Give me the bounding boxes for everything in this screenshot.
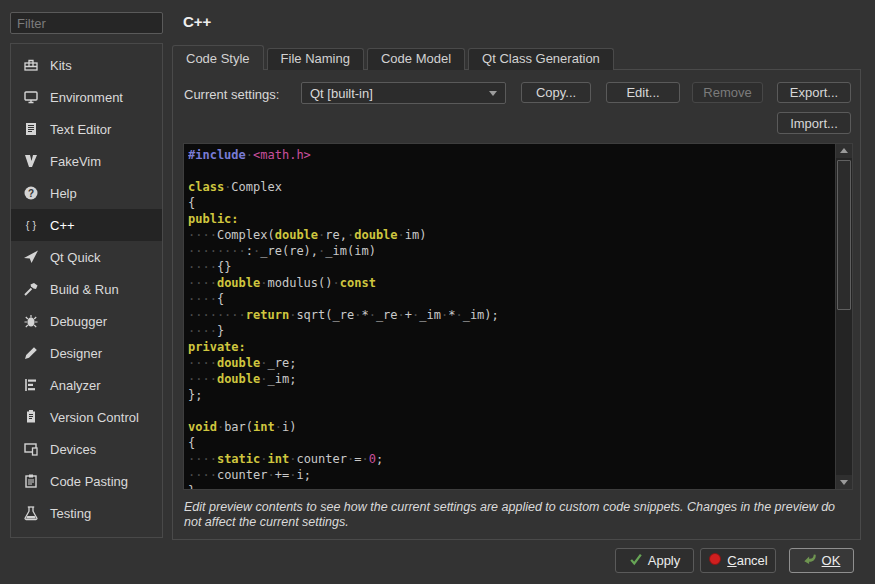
options-dialog: KitsEnvironmentText EditorFakeVim?Help{ … [0,0,875,584]
sidebar-item-label: Designer [50,346,102,361]
sidebar-item-version-control[interactable]: Version Control [11,401,162,433]
sidebar-item-kits[interactable]: Kits [11,49,162,81]
sidebar-item-label: Testing [50,506,91,521]
text-editor-icon [22,121,39,138]
code-line [188,163,834,179]
kits-icon [22,57,39,74]
cpp-icon: { } [22,217,39,234]
sidebar-item-label: Analyzer [50,378,101,393]
code-line: ····} [188,323,834,339]
edit-button[interactable]: Edit... [606,82,680,103]
code-line: private: [188,339,834,355]
category-list: KitsEnvironmentText EditorFakeVim?Help{ … [10,43,163,538]
sidebar-item-build-run[interactable]: Build & Run [11,273,162,305]
code-line: { [188,435,834,451]
code-preview-text: #include·<math.h> class·Complex{public:·… [188,147,834,489]
copy-button[interactable]: Copy... [521,82,591,103]
sidebar-item-help[interactable]: ?Help [11,177,162,209]
import-button[interactable]: Import... [777,112,851,134]
sidebar-item-designer[interactable]: Designer [11,337,162,369]
sidebar-item-debugger[interactable]: Debugger [11,305,162,337]
sidebar-item-devices[interactable]: Devices [11,433,162,465]
sidebar-item-code-pasting[interactable]: Code Pasting [11,465,162,497]
tab-code-model[interactable]: Code Model [367,48,465,70]
version-control-icon [22,409,39,426]
ok-arrow-icon [803,552,817,569]
qt-quick-icon [22,249,39,266]
sidebar-item-label: FakeVim [50,154,101,169]
build-run-icon [22,281,39,298]
code-line: ····{ [188,291,834,307]
tab-qt-class-generation[interactable]: Qt Class Generation [468,48,614,70]
editor-scrollbar[interactable] [835,144,852,489]
code-line: public: [188,211,834,227]
code-line: ····counter·+=·i; [188,467,834,483]
code-preview-editor[interactable]: #include·<math.h> class·Complex{public:·… [183,143,853,490]
page-title: C++ [183,13,211,30]
code-line: ····double·_re; [188,355,834,371]
code-line: void·bar(int·i) [188,419,834,435]
code-line: ····double·_im; [188,371,834,387]
help-icon: ? [22,185,39,202]
sidebar-item-label: C++ [50,218,75,233]
scrollbar-thumb[interactable] [837,160,851,310]
svg-text:?: ? [27,188,33,199]
code-line: }; [188,387,834,403]
code-line: ····double·modulus()·const [188,275,834,291]
sidebar-item-label: Code Pasting [50,474,128,489]
preview-note: Edit preview contents to see how the cur… [184,500,852,530]
code-line [188,403,834,419]
button-label: Cancel [727,553,767,568]
environment-icon [22,89,39,106]
ok-button[interactable]: OK [789,548,854,573]
code-style-pane: Current settings: Qt [built-in] Copy...E… [172,69,861,540]
combo-value: Qt [built-in] [310,86,373,101]
sidebar-item-label: Environment [50,90,123,105]
scroll-up-icon[interactable] [836,144,852,158]
code-line: ····Complex(double·re,·double·im) [188,227,834,243]
code-line: ········return·sqrt(_re·*·_re·+·_im·*·_i… [188,307,834,323]
button-label: Apply [648,553,681,568]
sidebar-item-label: Build & Run [50,282,119,297]
stop-icon [708,552,722,569]
debugger-icon [22,313,39,330]
sidebar-item-label: Help [50,186,77,201]
sidebar-item-label: Debugger [50,314,107,329]
current-settings-label: Current settings: [184,87,279,102]
apply-button[interactable]: Apply [615,548,694,573]
sidebar-item-environment[interactable]: Environment [11,81,162,113]
analyzer-icon [22,377,39,394]
fakevim-icon [22,153,39,170]
designer-icon [22,345,39,362]
sidebar-item-text-editor[interactable]: Text Editor [11,113,162,145]
export-button[interactable]: Export... [777,82,851,103]
sidebar-item-qt-quick[interactable]: Qt Quick [11,241,162,273]
code-line: ····{} [188,259,834,275]
tab-bar: Code StyleFile NamingCode ModelQt Class … [172,45,617,70]
sidebar-item-label: Kits [50,58,72,73]
code-line: } [188,483,834,489]
sidebar-item-label: Text Editor [50,122,111,137]
sidebar-item-label: Version Control [50,410,139,425]
sidebar-item-cpp[interactable]: { }C++ [11,209,162,241]
chevron-down-icon [489,91,497,96]
tab-code-style[interactable]: Code Style [172,45,264,70]
tab-file-naming[interactable]: File Naming [267,48,364,70]
scroll-down-icon[interactable] [836,475,852,489]
sidebar-item-testing[interactable]: Testing [11,497,162,529]
cancel-button[interactable]: Cancel [700,548,776,573]
code-line: { [188,195,834,211]
check-icon [629,552,643,569]
code-line: ········:·_re(re),·_im(im) [188,243,834,259]
sidebar-item-analyzer[interactable]: Analyzer [11,369,162,401]
remove-button[interactable]: Remove [692,82,763,103]
button-label: OK [822,553,841,568]
svg-text:{ }: { } [25,219,36,231]
code-line: class·Complex [188,179,834,195]
sidebar-item-label: Devices [50,442,96,457]
sidebar-item-fakevim[interactable]: FakeVim [11,145,162,177]
devices-icon [22,441,39,458]
testing-icon [22,505,39,522]
filter-input[interactable] [10,12,163,34]
current-settings-combo[interactable]: Qt [built-in] [301,82,506,104]
